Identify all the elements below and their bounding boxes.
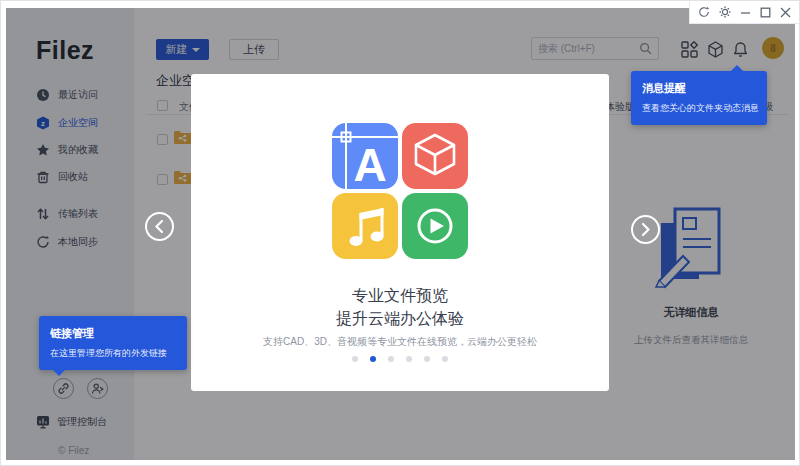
video-preview-icon: [402, 193, 468, 259]
carousel-prev-button[interactable]: [145, 212, 174, 241]
carousel-dots: [191, 356, 609, 362]
carousel-dot[interactable]: [352, 356, 358, 362]
window-controls: [689, 1, 799, 24]
carousel-dot[interactable]: [406, 356, 412, 362]
message-reminder-tooltip: 消息提醒 查看您关心的文件夹动态消息: [631, 71, 767, 125]
carousel-dot[interactable]: [424, 356, 430, 362]
svg-text:A: A: [353, 139, 386, 189]
minimize-button[interactable]: [740, 7, 751, 18]
modal-subtitle: 支持CAD、3D、音视频等专业文件在线预览，云端办公更轻松: [191, 335, 609, 349]
chevron-right-icon: [638, 221, 653, 238]
carousel-dot[interactable]: [370, 356, 376, 362]
maximize-button[interactable]: [760, 7, 771, 18]
carousel-dot[interactable]: [388, 356, 394, 362]
audio-preview-icon: [332, 193, 398, 259]
settings-gear-button[interactable]: [719, 6, 731, 18]
tooltip-title: 链接管理: [50, 326, 176, 341]
3d-preview-icon: [402, 123, 468, 189]
cad-preview-icon: A: [332, 123, 398, 189]
app-window: Filez 最近访问 z 企业空间 我的收藏 回收站 传输列表: [0, 0, 800, 466]
tooltip-title: 消息提醒: [642, 81, 756, 96]
onboarding-modal: A 专业文件预览 提升云端办公体验 支持CAD、3D、音视频等专业文件在线预览，…: [191, 74, 609, 391]
modal-title-line1: 专业文件预览: [191, 284, 609, 307]
chevron-left-icon: [152, 218, 167, 235]
close-button[interactable]: [780, 7, 791, 18]
modal-title: 专业文件预览 提升云端办公体验: [191, 284, 609, 330]
modal-title-line2: 提升云端办公体验: [191, 307, 609, 330]
preview-tiles: A: [332, 123, 468, 259]
carousel-next-button[interactable]: [631, 215, 660, 244]
link-manager-tooltip: 链接管理 在这里管理您所有的外发链接: [39, 316, 187, 370]
carousel-dot[interactable]: [442, 356, 448, 362]
tooltip-body: 查看您关心的文件夹动态消息: [642, 102, 756, 115]
tooltip-body: 在这里管理您所有的外发链接: [50, 347, 176, 360]
refresh-button[interactable]: [698, 6, 710, 18]
